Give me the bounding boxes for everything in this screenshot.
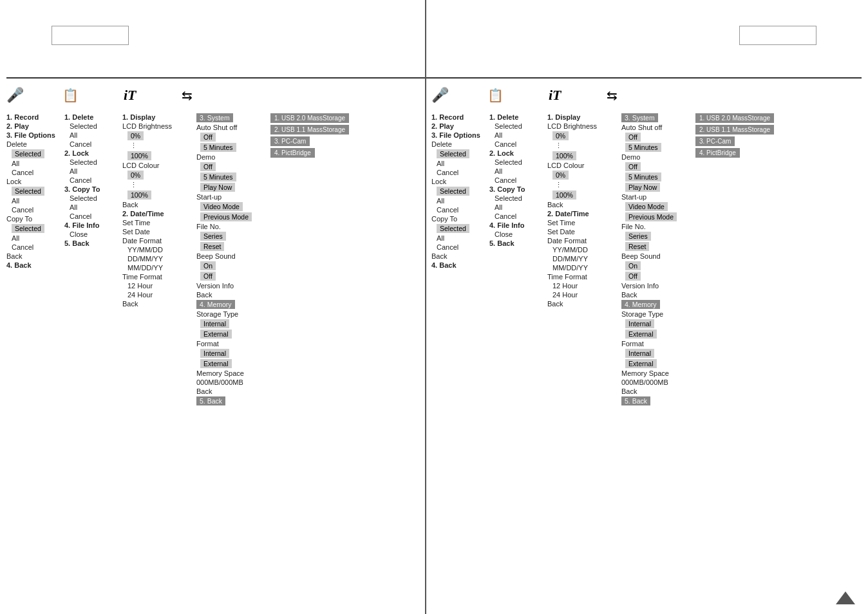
right-col3: 1. Display LCD Brightness 0% ⋮ 100% LCD … — [547, 113, 621, 407]
list-item: All — [64, 167, 119, 175]
list-item: Play Now — [621, 183, 692, 192]
list-item: Internal — [196, 319, 267, 328]
right-col4: 3. System Auto Shut off Off 5 Minutes De… — [621, 113, 695, 407]
list-item: 2. Lock — [64, 149, 119, 157]
list-item: All — [489, 203, 544, 211]
list-item: Delete — [431, 140, 486, 148]
list-item: 100% — [122, 151, 193, 160]
list-item: Selected — [6, 149, 61, 158]
list-item: Back — [621, 387, 692, 395]
connect-icon: ⇆ — [182, 88, 193, 103]
microphone-icon: 🎤 — [6, 87, 24, 104]
list-item: All — [431, 197, 486, 205]
list-item: Date Format — [122, 237, 193, 245]
list-item: Internal — [621, 349, 692, 358]
list-item: Set Time — [122, 219, 193, 227]
document-icon: 📋 — [62, 88, 79, 103]
right-col2: 1. Delete Selected All Cancel 2. Lock Se… — [489, 113, 547, 407]
list-item: 5. Back — [64, 239, 119, 247]
list-item: Selected — [431, 187, 486, 196]
list-item: 4. PictBridge — [270, 148, 414, 158]
list-item: External — [621, 330, 692, 339]
list-item: 3. PC-Cam — [270, 136, 414, 146]
list-item: 1. USB 2.0 MassStorage — [695, 113, 839, 123]
list-item: Auto Shut off — [196, 124, 267, 131]
list-item: Set Date — [547, 228, 618, 236]
list-item: Back — [6, 252, 61, 260]
list-item: 4. PictBridge — [695, 148, 839, 158]
page: 🎤 📋 iT ⇆ 1. Record 2. Play 3. File Optio… — [0, 0, 868, 614]
list-item: File No. — [196, 223, 267, 230]
list-item: 3. System — [621, 113, 692, 122]
list-item: 2. Play — [431, 122, 486, 130]
list-item: External — [196, 359, 267, 368]
right-col1: 1. Record 2. Play 3. File Options Delete… — [431, 113, 489, 407]
list-item: 2. USB 1.1 MassStorage — [270, 125, 414, 135]
list-item: Copy To — [431, 215, 486, 223]
list-item: Off — [621, 133, 692, 142]
list-item: Memory Space — [621, 369, 692, 377]
it-icon-r: iT — [549, 87, 561, 104]
list-item: Lock — [6, 178, 61, 185]
list-item: All — [489, 167, 544, 175]
list-item: 100% — [547, 191, 618, 200]
list-item: Set Time — [547, 219, 618, 227]
list-item: Format — [196, 340, 267, 348]
list-item: Video Mode — [196, 202, 267, 211]
list-item: Beep Sound — [621, 252, 692, 260]
list-item: Cancel — [6, 169, 61, 176]
left-col3: 1. Display LCD Brightness 0% ⋮ 100% LCD … — [122, 113, 196, 407]
list-item: Beep Sound — [196, 252, 267, 260]
list-item: Back — [621, 291, 692, 299]
list-item: 4. Back — [6, 261, 61, 269]
list-item: 2. Play — [6, 122, 61, 130]
list-item: External — [196, 330, 267, 339]
list-item: Reset — [621, 242, 692, 251]
list-item: Memory Space — [196, 369, 267, 377]
list-item: Selected — [6, 224, 61, 233]
list-item: LCD Brightness — [547, 122, 618, 130]
list-item: 3. Copy To — [64, 185, 119, 193]
right-panel: 🎤 📋 iT ⇆ 1. Record 2. Play 3. File Optio… — [428, 80, 845, 608]
list-item: All — [64, 131, 119, 139]
list-item: Version Info — [196, 282, 267, 290]
list-item: External — [621, 359, 692, 368]
list-item: 1. USB 2.0 MassStorage — [270, 113, 414, 123]
list-item: DD/MM/YY — [122, 255, 193, 263]
list-item: Start-up — [196, 193, 267, 201]
list-item: 0% — [122, 131, 193, 140]
list-item: Selected — [64, 158, 119, 166]
list-item: 1. Delete — [489, 113, 544, 121]
list-item: Selected — [489, 158, 544, 166]
list-item: 4. Back — [431, 261, 486, 269]
list-item: 3. Copy To — [489, 185, 544, 193]
list-item: 2. Date/Time — [547, 210, 618, 218]
list-item: 4. Memory — [196, 300, 267, 309]
list-item: Lock — [431, 178, 486, 185]
list-item: 5 Minutes — [621, 143, 692, 152]
top-box-right — [739, 26, 816, 45]
list-item: Cancel — [6, 206, 61, 214]
list-item: Internal — [196, 349, 267, 358]
list-item: Selected — [64, 194, 119, 202]
left-icons-row: 🎤 📋 iT ⇆ — [3, 80, 420, 113]
list-item: 0% — [547, 171, 618, 180]
list-item: 5. Back — [489, 239, 544, 247]
list-item: Internal — [621, 319, 692, 328]
list-item: Selected — [431, 149, 486, 158]
navigate-up-button[interactable] — [836, 591, 855, 604]
list-item: Selected — [489, 122, 544, 130]
list-item: 5 Minutes — [196, 143, 267, 152]
it-icon: iT — [124, 87, 137, 104]
list-item: 4. File Info — [489, 221, 544, 229]
top-box-left — [52, 26, 129, 45]
list-item: Selected — [64, 122, 119, 130]
list-item: Cancel — [64, 212, 119, 220]
list-item: Video Mode — [621, 202, 692, 211]
left-col2: 1. Delete Selected All Cancel 2. Lock Se… — [64, 113, 122, 407]
list-item: YY/MM/DD — [547, 246, 618, 254]
list-item: Date Format — [547, 237, 618, 245]
list-item: LCD Colour — [547, 162, 618, 169]
right-columns: 1. Record 2. Play 3. File Options Delete… — [428, 113, 845, 407]
list-item: 5. Back — [196, 396, 267, 405]
